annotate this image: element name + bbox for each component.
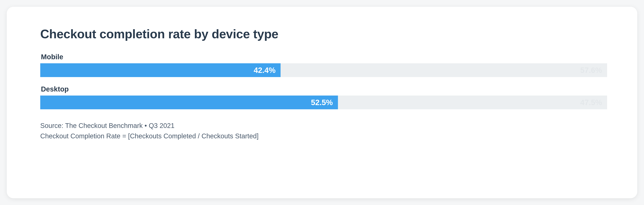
chart-card: Checkout completion rate by device type … [7, 7, 637, 198]
bar-track-mobile: 42.4% 57.6% [40, 63, 607, 77]
bar-row-mobile: Mobile 42.4% 57.6% [40, 53, 607, 77]
bar-fill-desktop: 52.5% [40, 96, 338, 109]
bar-rest-value-desktop: 47.5% [580, 98, 602, 107]
bar-label-mobile: Mobile [41, 53, 607, 61]
bar-fill-mobile: 42.4% [40, 63, 280, 77]
bar-label-desktop: Desktop [41, 85, 607, 93]
bar-fill-value-mobile: 42.4% [254, 66, 276, 75]
bar-rest-mobile: 57.6% [280, 63, 607, 77]
footnotes: Source: The Checkout Benchmark • Q3 2021… [40, 120, 607, 141]
bar-track-desktop: 52.5% 47.5% [40, 96, 607, 109]
bar-row-desktop: Desktop 52.5% 47.5% [40, 85, 607, 109]
footnote-formula: Checkout Completion Rate = [Checkouts Co… [40, 131, 607, 141]
bar-rest-desktop: 47.5% [338, 96, 607, 109]
bar-fill-value-desktop: 52.5% [311, 98, 333, 107]
chart-title: Checkout completion rate by device type [40, 27, 607, 41]
bar-rest-value-mobile: 57.6% [580, 66, 602, 75]
footnote-source: Source: The Checkout Benchmark • Q3 2021 [40, 120, 607, 131]
